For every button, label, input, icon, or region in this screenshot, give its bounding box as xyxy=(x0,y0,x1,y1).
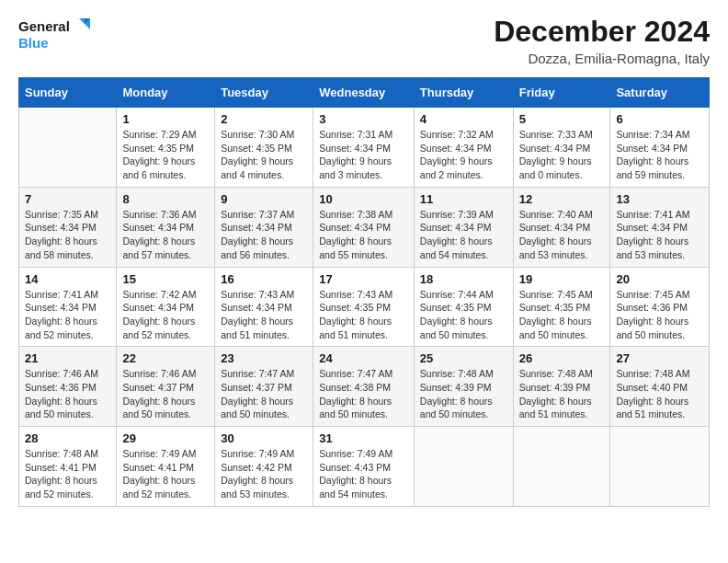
day-info: Sunrise: 7:33 AM Sunset: 4:34 PM Dayligh… xyxy=(519,128,605,182)
svg-text:General: General xyxy=(18,18,70,34)
day-info: Sunrise: 7:39 AM Sunset: 4:34 PM Dayligh… xyxy=(420,208,507,262)
day-info: Sunrise: 7:49 AM Sunset: 4:43 PM Dayligh… xyxy=(319,447,408,501)
day-number: 31 xyxy=(319,431,408,445)
day-cell-25: 25 Sunrise: 7:48 AM Sunset: 4:39 PM Dayl… xyxy=(414,347,513,427)
col-monday: Monday xyxy=(117,78,215,108)
col-saturday: Saturday xyxy=(610,78,710,108)
day-info: Sunrise: 7:43 AM Sunset: 4:34 PM Dayligh… xyxy=(221,288,307,342)
day-number: 9 xyxy=(221,192,307,206)
day-number: 7 xyxy=(25,192,110,206)
day-info: Sunrise: 7:48 AM Sunset: 4:41 PM Dayligh… xyxy=(25,447,110,501)
col-wednesday: Wednesday xyxy=(313,78,415,108)
logo: General Blue xyxy=(18,15,92,53)
day-cell-9: 9 Sunrise: 7:37 AM Sunset: 4:34 PM Dayli… xyxy=(215,187,313,267)
day-info: Sunrise: 7:45 AM Sunset: 4:36 PM Dayligh… xyxy=(616,288,703,342)
day-info: Sunrise: 7:29 AM Sunset: 4:35 PM Dayligh… xyxy=(122,128,209,182)
day-cell-21: 21 Sunrise: 7:46 AM Sunset: 4:36 PM Dayl… xyxy=(19,347,117,427)
location: Dozza, Emilia-Romagna, Italy xyxy=(494,51,710,66)
empty-cell xyxy=(513,427,610,507)
day-info: Sunrise: 7:37 AM Sunset: 4:34 PM Dayligh… xyxy=(221,208,307,262)
day-number: 4 xyxy=(420,112,507,126)
day-number: 3 xyxy=(319,112,408,126)
day-info: Sunrise: 7:31 AM Sunset: 4:34 PM Dayligh… xyxy=(319,128,408,182)
day-number: 27 xyxy=(616,351,703,365)
day-cell-16: 16 Sunrise: 7:43 AM Sunset: 4:34 PM Dayl… xyxy=(215,267,313,347)
day-info: Sunrise: 7:48 AM Sunset: 4:39 PM Dayligh… xyxy=(519,367,605,421)
day-cell-23: 23 Sunrise: 7:47 AM Sunset: 4:37 PM Dayl… xyxy=(215,347,313,427)
day-number: 25 xyxy=(420,351,507,365)
day-number: 17 xyxy=(319,272,408,286)
day-cell-7: 7 Sunrise: 7:35 AM Sunset: 4:34 PM Dayli… xyxy=(19,187,117,267)
day-number: 28 xyxy=(25,431,110,445)
calendar-header-row: Sunday Monday Tuesday Wednesday Thursday… xyxy=(19,78,710,108)
day-info: Sunrise: 7:35 AM Sunset: 4:34 PM Dayligh… xyxy=(25,208,110,262)
day-number: 21 xyxy=(25,351,110,365)
day-number: 23 xyxy=(221,351,307,365)
day-cell-10: 10 Sunrise: 7:38 AM Sunset: 4:34 PM Dayl… xyxy=(313,187,415,267)
calendar-week-row: 1 Sunrise: 7:29 AM Sunset: 4:35 PM Dayli… xyxy=(19,108,710,188)
day-info: Sunrise: 7:46 AM Sunset: 4:36 PM Dayligh… xyxy=(25,367,110,421)
day-cell-31: 31 Sunrise: 7:49 AM Sunset: 4:43 PM Dayl… xyxy=(313,427,415,507)
day-cell-11: 11 Sunrise: 7:39 AM Sunset: 4:34 PM Dayl… xyxy=(414,187,513,267)
day-cell-29: 29 Sunrise: 7:49 AM Sunset: 4:41 PM Dayl… xyxy=(117,427,215,507)
day-info: Sunrise: 7:32 AM Sunset: 4:34 PM Dayligh… xyxy=(420,128,507,182)
day-number: 16 xyxy=(221,272,307,286)
day-info: Sunrise: 7:45 AM Sunset: 4:35 PM Dayligh… xyxy=(519,288,605,342)
day-number: 26 xyxy=(519,351,605,365)
day-info: Sunrise: 7:47 AM Sunset: 4:38 PM Dayligh… xyxy=(319,367,408,421)
day-info: Sunrise: 7:46 AM Sunset: 4:37 PM Dayligh… xyxy=(122,367,209,421)
calendar-table: Sunday Monday Tuesday Wednesday Thursday… xyxy=(18,77,710,507)
day-number: 18 xyxy=(420,272,507,286)
day-cell-3: 3 Sunrise: 7:31 AM Sunset: 4:34 PM Dayli… xyxy=(313,108,415,188)
day-cell-5: 5 Sunrise: 7:33 AM Sunset: 4:34 PM Dayli… xyxy=(513,108,610,188)
col-friday: Friday xyxy=(513,78,610,108)
calendar-week-row: 21 Sunrise: 7:46 AM Sunset: 4:36 PM Dayl… xyxy=(19,347,710,427)
empty-cell xyxy=(610,427,710,507)
day-info: Sunrise: 7:34 AM Sunset: 4:34 PM Dayligh… xyxy=(616,128,703,182)
calendar-week-row: 14 Sunrise: 7:41 AM Sunset: 4:34 PM Dayl… xyxy=(19,267,710,347)
day-cell-19: 19 Sunrise: 7:45 AM Sunset: 4:35 PM Dayl… xyxy=(513,267,610,347)
day-cell-2: 2 Sunrise: 7:30 AM Sunset: 4:35 PM Dayli… xyxy=(215,108,313,188)
calendar-week-row: 28 Sunrise: 7:48 AM Sunset: 4:41 PM Dayl… xyxy=(19,427,710,507)
day-cell-1: 1 Sunrise: 7:29 AM Sunset: 4:35 PM Dayli… xyxy=(117,108,215,188)
day-number: 1 xyxy=(122,112,209,126)
day-info: Sunrise: 7:44 AM Sunset: 4:35 PM Dayligh… xyxy=(420,288,507,342)
day-info: Sunrise: 7:42 AM Sunset: 4:34 PM Dayligh… xyxy=(122,288,209,342)
day-cell-8: 8 Sunrise: 7:36 AM Sunset: 4:34 PM Dayli… xyxy=(117,187,215,267)
day-number: 14 xyxy=(25,272,110,286)
day-number: 2 xyxy=(221,112,307,126)
day-cell-13: 13 Sunrise: 7:41 AM Sunset: 4:34 PM Dayl… xyxy=(610,187,710,267)
day-number: 29 xyxy=(122,431,209,445)
day-info: Sunrise: 7:38 AM Sunset: 4:34 PM Dayligh… xyxy=(319,208,408,262)
day-cell-4: 4 Sunrise: 7:32 AM Sunset: 4:34 PM Dayli… xyxy=(414,108,513,188)
day-info: Sunrise: 7:47 AM Sunset: 4:37 PM Dayligh… xyxy=(221,367,307,421)
day-number: 22 xyxy=(122,351,209,365)
day-number: 20 xyxy=(616,272,703,286)
day-info: Sunrise: 7:48 AM Sunset: 4:39 PM Dayligh… xyxy=(420,367,507,421)
day-number: 12 xyxy=(519,192,605,206)
day-cell-24: 24 Sunrise: 7:47 AM Sunset: 4:38 PM Dayl… xyxy=(313,347,415,427)
day-info: Sunrise: 7:36 AM Sunset: 4:34 PM Dayligh… xyxy=(122,208,209,262)
calendar-week-row: 7 Sunrise: 7:35 AM Sunset: 4:34 PM Dayli… xyxy=(19,187,710,267)
day-cell-17: 17 Sunrise: 7:43 AM Sunset: 4:35 PM Dayl… xyxy=(313,267,415,347)
day-number: 13 xyxy=(616,192,703,206)
empty-cell xyxy=(19,108,117,188)
empty-cell xyxy=(414,427,513,507)
day-info: Sunrise: 7:49 AM Sunset: 4:42 PM Dayligh… xyxy=(221,447,307,501)
day-number: 19 xyxy=(519,272,605,286)
day-cell-27: 27 Sunrise: 7:48 AM Sunset: 4:40 PM Dayl… xyxy=(610,347,710,427)
day-cell-15: 15 Sunrise: 7:42 AM Sunset: 4:34 PM Dayl… xyxy=(117,267,215,347)
day-cell-30: 30 Sunrise: 7:49 AM Sunset: 4:42 PM Dayl… xyxy=(215,427,313,507)
month-title: December 2024 xyxy=(494,15,710,49)
day-info: Sunrise: 7:48 AM Sunset: 4:40 PM Dayligh… xyxy=(616,367,703,421)
day-number: 11 xyxy=(420,192,507,206)
day-cell-6: 6 Sunrise: 7:34 AM Sunset: 4:34 PM Dayli… xyxy=(610,108,710,188)
day-cell-22: 22 Sunrise: 7:46 AM Sunset: 4:37 PM Dayl… xyxy=(117,347,215,427)
day-info: Sunrise: 7:40 AM Sunset: 4:34 PM Dayligh… xyxy=(519,208,605,262)
day-cell-26: 26 Sunrise: 7:48 AM Sunset: 4:39 PM Dayl… xyxy=(513,347,610,427)
day-cell-18: 18 Sunrise: 7:44 AM Sunset: 4:35 PM Dayl… xyxy=(414,267,513,347)
day-cell-12: 12 Sunrise: 7:40 AM Sunset: 4:34 PM Dayl… xyxy=(513,187,610,267)
day-number: 10 xyxy=(319,192,408,206)
day-info: Sunrise: 7:30 AM Sunset: 4:35 PM Dayligh… xyxy=(221,128,307,182)
day-cell-14: 14 Sunrise: 7:41 AM Sunset: 4:34 PM Dayl… xyxy=(19,267,117,347)
